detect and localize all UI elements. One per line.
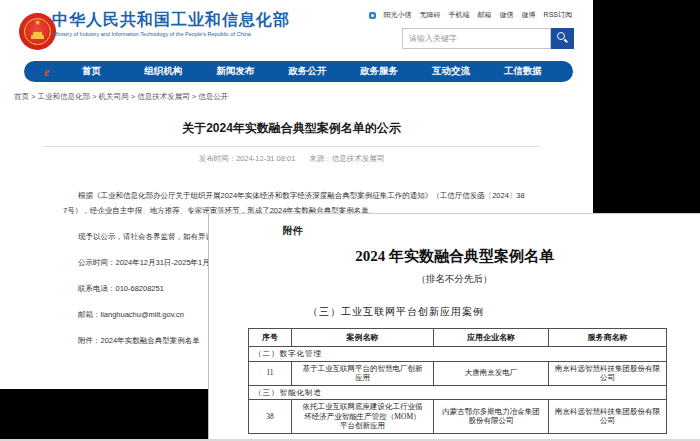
nav-items: 首页组织机构新闻发布政务公开政务服务互动交流工信数据 [55, 65, 559, 78]
table-body: （二）数字化管理11基于工业互联网平台的智慧电厂创新应用大唐南京发电厂南京科远智… [249, 347, 667, 434]
company-name: 大唐南京发电厂 [434, 361, 549, 385]
emblem-gate-icon [31, 32, 44, 39]
case-no: 11 [249, 361, 292, 385]
table-row: 38依托工业互联网底座建设化工行业循环经济产业智能生产管控（MOM）平台创新应用… [249, 400, 667, 434]
top-link[interactable]: 阳光小信 [384, 10, 412, 20]
company-name: 内蒙古鄂尔多斯电力冶金集团股份有限公司 [434, 400, 549, 434]
attachment-title: 2024 年实数融合典型案例名单 [209, 247, 700, 266]
title-divider [43, 146, 540, 147]
cases-table: 序号案例名称应用企业名称服务商名称 （二）数字化管理11基于工业互联网平台的智慧… [248, 328, 667, 434]
top-link[interactable]: 手机端 [449, 10, 470, 20]
attachment-label: 附件 [283, 224, 303, 238]
nav-item[interactable]: 首页 [55, 65, 127, 78]
sunshine-assistant-icon[interactable] [369, 12, 376, 19]
case-name: 基于工业互联网平台的智慧电厂创新应用 [292, 361, 434, 385]
top-link[interactable]: 微博 [522, 10, 536, 20]
attachment-section-heading: （三）工业互联网平台创新应用案例 [308, 305, 484, 319]
section-label: （三）智能化制造 [249, 385, 667, 400]
main-nav: e 首页组织机构新闻发布政务公开政务服务互动交流工信数据 [24, 61, 573, 82]
site-subtitle: Ministry of Industry and Information Tec… [53, 31, 251, 37]
article-title: 关于2024年实数融合典型案例名单的公示 [43, 120, 540, 137]
nav-item[interactable]: 工信数据 [487, 65, 559, 78]
nav-item[interactable]: 政务公开 [271, 65, 343, 78]
nav-item[interactable]: 政务服务 [343, 65, 415, 78]
top-links-list: 阳光小信无障碍手机端邮箱微信微博RSS订阅 [384, 10, 572, 20]
search-icon [557, 32, 565, 40]
table-header-cell: 案例名称 [292, 329, 434, 347]
case-no: 38 [249, 400, 292, 434]
table-section-row: （三）智能化制造 [249, 385, 667, 400]
table-section-row: （二）数字化管理 [249, 347, 667, 362]
provider-name: 南京科远智慧科技集团股份有限公司 [549, 400, 667, 434]
breadcrumb[interactable]: 首页 > 工业和信息化部 > 机关司局 > 信息技术发展司 > 信息公开 [14, 92, 228, 102]
nav-item[interactable]: 互动交流 [415, 65, 487, 78]
table-header-row: 序号案例名称应用企业名称服务商名称 [249, 329, 667, 347]
attachment-document-overlay: 附件 2024 年实数融合典型案例名单 （排名不分先后） （三）工业互联网平台创… [208, 213, 700, 441]
top-link[interactable]: 邮箱 [478, 10, 492, 20]
publish-time: 发布时间：2024-12-31 08:01 [199, 154, 296, 164]
search-input[interactable] [402, 28, 551, 49]
search-button[interactable] [551, 28, 574, 49]
top-utility-links: 阳光小信无障碍手机端邮箱微信微博RSS订阅 [369, 10, 572, 20]
nav-item[interactable]: 组织机构 [127, 65, 199, 78]
national-emblem-icon: ★ [19, 13, 56, 50]
table-row: 11基于工业互联网平台的智慧电厂创新应用大唐南京发电厂南京科远智慧科技集团股份有… [249, 361, 667, 385]
top-link[interactable]: 微信 [500, 10, 514, 20]
attachment-subtitle: （排名不分先后） [209, 273, 700, 286]
provider-name: 南京科远智慧科技集团股份有限公司 [549, 361, 667, 385]
case-name: 依托工业互联网底座建设化工行业循环经济产业智能生产管控（MOM）平台创新应用 [292, 400, 434, 434]
nav-item[interactable]: 新闻发布 [199, 65, 271, 78]
article-meta: 发布时间：2024-12-31 08:01 来源：信息技术发展司 [43, 154, 540, 164]
top-link[interactable]: RSS订阅 [544, 10, 572, 20]
miit-logo-icon: e [44, 66, 49, 78]
search-bar [402, 28, 574, 49]
section-label: （二）数字化管理 [249, 347, 667, 362]
top-link[interactable]: 无障碍 [420, 10, 441, 20]
table-header-cell: 序号 [249, 329, 292, 347]
table-header-cell: 应用企业名称 [434, 329, 549, 347]
site-title: 中华人民共和国工业和信息化部 [52, 10, 290, 31]
table-header-cell: 服务商名称 [549, 329, 667, 347]
emblem-star-icon: ★ [19, 19, 56, 27]
article-source: 来源：信息技术发展司 [309, 154, 384, 164]
